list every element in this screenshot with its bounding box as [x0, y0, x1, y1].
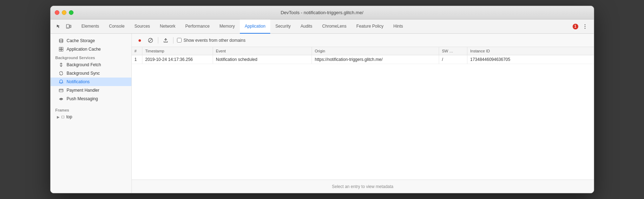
main-panel: ●	[132, 34, 594, 193]
sidebar: Cache Storage Application Cache Back	[51, 34, 132, 193]
window-title: DevTools - notification-triggers.glitch.…	[280, 10, 363, 15]
notifications-icon	[58, 79, 64, 84]
table-body: 1 2019-10-24 14:17:36.256 Notification s…	[132, 55, 594, 64]
panel-toolbar: ●	[132, 34, 594, 47]
frames-top-label: top	[66, 114, 72, 119]
tab-bar-icons	[52, 22, 75, 31]
cache-storage-label: Cache Storage	[67, 38, 95, 43]
clear-button[interactable]	[147, 36, 154, 44]
table-header: # Timestamp Event Origin SW … Instance I…	[132, 47, 594, 55]
tab-elements[interactable]: Elements	[77, 19, 104, 34]
table-row[interactable]: 1 2019-10-24 14:17:36.256 Notification s…	[132, 55, 594, 64]
cell-timestamp: 2019-10-24 14:17:36.256	[142, 55, 213, 64]
svg-point-8	[59, 40, 63, 41]
show-other-domains-label: Show events from other domains	[184, 38, 246, 43]
svg-point-4	[584, 26, 585, 27]
upload-button[interactable]	[162, 36, 170, 44]
more-options-icon[interactable]	[580, 22, 590, 31]
sidebar-item-background-fetch[interactable]: Background Fetch	[51, 61, 131, 69]
svg-rect-1	[70, 25, 71, 28]
devtools-container: Elements Console Sources Network Perform…	[51, 19, 594, 193]
tab-console[interactable]: Console	[104, 19, 130, 34]
svg-rect-14	[59, 89, 63, 92]
payment-handler-icon	[58, 88, 64, 93]
cache-storage-icon	[58, 38, 64, 43]
toolbar-divider-2	[173, 37, 173, 44]
push-messaging-label: Push Messaging	[67, 96, 98, 101]
background-fetch-label: Background Fetch	[67, 62, 101, 67]
record-button[interactable]: ●	[136, 36, 144, 44]
sidebar-item-frames-top[interactable]: ▶ □ top	[51, 113, 131, 121]
frames-section-label: Frames	[51, 106, 131, 113]
col-header-num: #	[132, 47, 142, 55]
inspect-icon[interactable]	[54, 22, 63, 31]
background-services-section-label: Background Services	[51, 53, 131, 61]
sidebar-item-application-cache[interactable]: Application Cache	[51, 45, 131, 53]
col-header-instance: Instance ID	[467, 47, 594, 55]
sidebar-item-notifications[interactable]: Notifications	[51, 78, 131, 86]
notifications-label: Notifications	[67, 79, 90, 84]
application-cache-icon	[58, 47, 64, 52]
tab-bar: Elements Console Sources Network Perform…	[51, 19, 594, 34]
cell-instance: 17348446094636705	[467, 55, 594, 64]
svg-point-5	[584, 28, 585, 29]
svg-rect-12	[61, 50, 63, 51]
svg-rect-9	[59, 47, 61, 49]
traffic-lights	[55, 10, 73, 15]
tab-application[interactable]: Application	[240, 19, 271, 34]
col-header-origin: Origin	[312, 47, 439, 55]
svg-line-18	[149, 39, 152, 42]
metadata-bar: Select an entry to view metadata	[132, 180, 594, 193]
tab-security[interactable]: Security	[270, 19, 295, 34]
sidebar-item-payment-handler[interactable]: Payment Handler	[51, 86, 131, 95]
table-container: # Timestamp Event Origin SW … Instance I…	[132, 47, 594, 180]
notifications-table: # Timestamp Event Origin SW … Instance I…	[132, 47, 594, 64]
application-cache-label: Application Cache	[67, 47, 101, 52]
payment-handler-label: Payment Handler	[67, 88, 100, 93]
svg-rect-11	[59, 50, 61, 51]
metadata-text: Select an entry to view metadata	[332, 184, 393, 189]
sidebar-item-cache-storage[interactable]: Cache Storage	[51, 36, 131, 45]
error-count: 1	[573, 24, 578, 29]
close-button[interactable]	[55, 10, 59, 15]
tab-memory[interactable]: Memory	[214, 19, 240, 34]
device-icon[interactable]	[64, 22, 73, 31]
cell-event: Notification scheduled	[213, 55, 312, 64]
cell-origin: https://notification-triggers.glitch.me/	[312, 55, 439, 64]
tab-feature-policy[interactable]: Feature Policy	[351, 19, 389, 34]
col-header-sw: SW …	[439, 47, 467, 55]
toolbar-divider	[158, 37, 158, 44]
show-other-domains-checkbox-label[interactable]: Show events from other domains	[177, 38, 246, 43]
tab-bar-right: 1	[573, 22, 592, 31]
maximize-button[interactable]	[69, 10, 73, 15]
tab-sources[interactable]: Sources	[130, 19, 155, 34]
sidebar-item-background-sync[interactable]: Background Sync	[51, 69, 131, 78]
tab-hints[interactable]: Hints	[389, 19, 408, 34]
tab-chromelens[interactable]: ChromeLens	[317, 19, 351, 34]
tab-audits[interactable]: Audits	[296, 19, 317, 34]
cell-sw: /	[439, 55, 467, 64]
background-sync-label: Background Sync	[67, 71, 100, 76]
col-header-timestamp: Timestamp	[142, 47, 213, 55]
background-sync-icon	[58, 71, 64, 76]
sidebar-item-push-messaging[interactable]: Push Messaging	[51, 95, 131, 103]
svg-rect-10	[61, 47, 63, 49]
chevron-right-icon: ▶	[57, 115, 60, 119]
background-fetch-icon	[58, 62, 64, 67]
main-content: Cache Storage Application Cache Back	[51, 34, 594, 193]
show-other-domains-checkbox[interactable]	[177, 38, 182, 42]
devtools-window: DevTools - notification-triggers.glitch.…	[50, 6, 594, 193]
tab-network[interactable]: Network	[155, 19, 181, 34]
titlebar: DevTools - notification-triggers.glitch.…	[51, 6, 594, 19]
col-header-event: Event	[213, 47, 312, 55]
minimize-button[interactable]	[62, 10, 66, 15]
tab-performance[interactable]: Performance	[181, 19, 215, 34]
frame-icon: □	[62, 114, 64, 119]
svg-point-3	[584, 24, 585, 25]
cell-num: 1	[132, 55, 142, 64]
error-badge[interactable]: 1	[573, 24, 578, 29]
push-messaging-icon	[58, 96, 64, 101]
